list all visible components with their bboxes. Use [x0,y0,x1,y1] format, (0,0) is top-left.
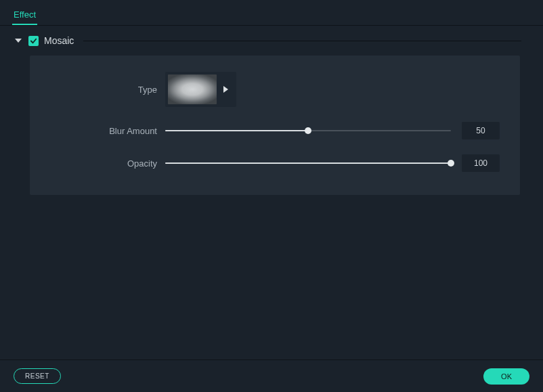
section-header: Mosaic [0,26,543,51]
type-control [165,72,500,107]
blur-slider-thumb[interactable] [305,127,311,134]
blur-preview-thumbnail [168,74,217,104]
play-icon[interactable] [223,86,228,93]
opacity-slider[interactable] [165,158,451,168]
mosaic-checkbox[interactable] [28,36,39,46]
tab-effect[interactable]: Effect [12,4,37,25]
header-divider [83,41,521,41]
opacity-label: Opacity [50,158,165,169]
checkmark-icon [30,37,37,45]
opacity-slider-thumb[interactable] [448,160,454,167]
tab-bar: Effect [0,0,543,26]
opacity-row: Opacity 100 [50,154,500,172]
blur-amount-label: Blur Amount [50,126,165,136]
opacity-value[interactable]: 100 [462,154,500,172]
blur-amount-value[interactable]: 50 [462,122,500,139]
type-row: Type [50,72,500,107]
disclosure-triangle-icon[interactable] [15,39,22,43]
mosaic-panel: Type Blur Amount 50 Opacity [30,56,520,195]
type-label: Type [50,85,165,95]
section-title: Mosaic [44,35,74,46]
type-picker[interactable] [165,72,236,107]
reset-button[interactable]: RESET [14,368,61,384]
blur-slider-fill [165,130,308,131]
blur-amount-row: Blur Amount 50 [50,122,500,139]
ok-button[interactable]: OK [483,368,529,385]
opacity-slider-fill [165,162,451,164]
blur-amount-slider[interactable] [165,126,451,135]
footer-bar: RESET OK [0,360,543,392]
